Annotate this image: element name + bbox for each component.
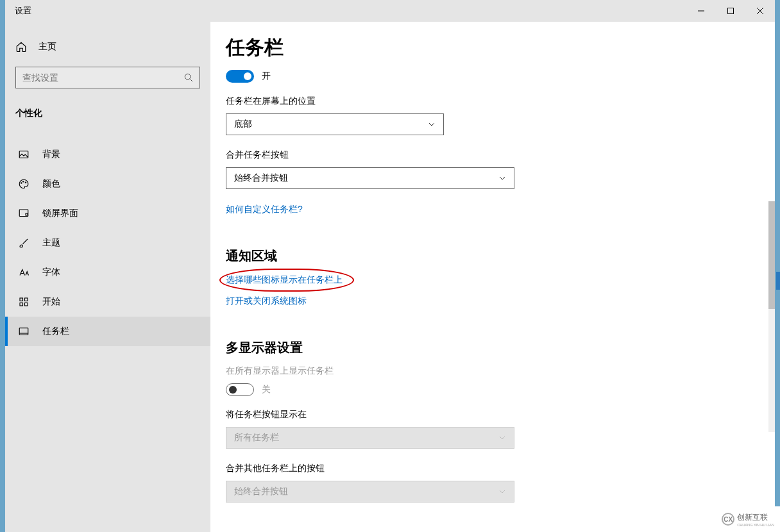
select-value: 底部 — [234, 119, 252, 130]
toggle-row-1: 开 — [226, 70, 759, 83]
position-select[interactable]: 底部 — [226, 113, 444, 135]
toggle-2[interactable] — [226, 383, 254, 396]
watermark-logo: CX — [722, 513, 734, 526]
sidebar-item-label: 任务栏 — [42, 326, 69, 337]
position-label: 任务栏在屏幕上的位置 — [226, 96, 759, 107]
maximize-icon — [727, 8, 734, 14]
chevron-down-icon — [498, 488, 506, 495]
svg-rect-6 — [19, 151, 28, 158]
toggle-1-label: 开 — [262, 71, 271, 82]
toggle-1[interactable] — [226, 70, 254, 83]
sidebar-item-start[interactable]: 开始 — [5, 287, 210, 317]
section-label: 个性化 — [5, 96, 210, 126]
lockscreen-icon — [18, 208, 30, 219]
svg-rect-1 — [728, 8, 734, 14]
search-input[interactable] — [22, 72, 184, 83]
watermark: CX 创新互联 CHUANG XIN HU LIAN — [716, 506, 780, 532]
sidebar-item-label: 主题 — [42, 237, 60, 249]
search-input-wrap[interactable] — [15, 67, 200, 88]
svg-rect-15 — [25, 303, 28, 306]
section-notification: 通知区域 — [226, 247, 759, 265]
toggle-2-label: 关 — [262, 384, 271, 395]
settings-window: 设置 主页 个性化 — [5, 0, 775, 532]
scrollbar-thumb[interactable] — [768, 201, 775, 309]
watermark-text-wrap: 创新互联 CHUANG XIN HU LIAN — [737, 512, 774, 527]
sidebar-item-label: 开始 — [42, 296, 60, 308]
svg-line-5 — [191, 79, 193, 82]
minimize-icon — [698, 8, 704, 14]
combine-other-label: 合并其他任务栏上的按钮 — [226, 463, 759, 474]
palette-icon — [18, 178, 30, 190]
sidebar-item-label: 颜色 — [42, 178, 60, 190]
titlebar: 设置 — [5, 0, 775, 22]
watermark-text: 创新互联 — [737, 512, 774, 523]
select-value: 始终合并按钮 — [234, 486, 288, 497]
system-icons-link[interactable]: 打开或关闭系统图标 — [226, 295, 307, 307]
svg-rect-13 — [25, 298, 28, 301]
circled-link-wrap: 选择哪些图标显示在任务栏上 — [226, 274, 343, 295]
svg-point-9 — [25, 182, 26, 183]
search-icon — [184, 73, 193, 82]
combine-label: 合并任务栏按钮 — [226, 149, 759, 161]
svg-rect-11 — [26, 213, 28, 215]
content: 任务栏 开 任务栏在屏幕上的位置 底部 合并任务栏按钮 始终合并按钮 如何自定义… — [210, 22, 775, 532]
page-title: 任务栏 — [226, 35, 759, 61]
taskbar-icon — [18, 326, 30, 337]
window-title: 设置 — [5, 5, 31, 17]
svg-rect-12 — [20, 298, 23, 301]
how-customize-link[interactable]: 如何自定义任务栏? — [226, 204, 303, 215]
sidebar-item-label: 字体 — [42, 267, 60, 278]
chevron-down-icon — [498, 174, 506, 182]
search-container — [5, 60, 210, 96]
maximize-button[interactable] — [716, 0, 745, 22]
show-on-select: 所有任务栏 — [226, 427, 514, 449]
multi-label: 在所有显示器上显示任务栏 — [226, 365, 759, 377]
brush-icon — [18, 237, 30, 249]
select-value: 所有任务栏 — [234, 432, 279, 444]
sidebar-item-themes[interactable]: 主题 — [5, 228, 210, 258]
show-on-label: 将任务栏按钮显示在 — [226, 409, 759, 420]
start-icon — [18, 296, 30, 308]
home-button[interactable]: 主页 — [5, 33, 210, 60]
sidebar-item-fonts[interactable]: 字体 — [5, 258, 210, 287]
svg-point-4 — [185, 74, 191, 79]
body: 主页 个性化 背景 颜色 锁屏界面 — [5, 22, 775, 532]
chevron-down-icon — [498, 434, 506, 442]
sidebar-item-label: 背景 — [42, 149, 60, 160]
watermark-sub: CHUANG XIN HU LIAN — [737, 523, 774, 527]
select-icons-link[interactable]: 选择哪些图标显示在任务栏上 — [226, 274, 343, 286]
chevron-down-icon — [428, 121, 436, 128]
close-icon — [757, 8, 763, 14]
sidebar-item-lockscreen[interactable]: 锁屏界面 — [5, 199, 210, 228]
toggle-knob — [244, 72, 251, 80]
svg-rect-16 — [19, 328, 28, 335]
sidebar: 主页 个性化 背景 颜色 锁屏界面 — [5, 22, 210, 532]
sidebar-item-label: 锁屏界面 — [42, 208, 78, 219]
svg-point-7 — [21, 183, 22, 184]
desktop-edge — [776, 272, 780, 290]
minimize-button[interactable] — [686, 0, 716, 22]
combine-other-select: 始终合并按钮 — [226, 481, 514, 503]
svg-rect-14 — [20, 303, 23, 306]
select-value: 始终合并按钮 — [234, 172, 288, 184]
nav: 背景 颜色 锁屏界面 主题 字体 — [5, 140, 210, 346]
font-icon — [18, 267, 30, 278]
home-icon — [15, 41, 27, 53]
window-controls — [686, 0, 775, 22]
sidebar-item-background[interactable]: 背景 — [5, 140, 210, 169]
section-multi: 多显示器设置 — [226, 339, 759, 356]
home-label: 主页 — [38, 41, 56, 53]
sidebar-item-taskbar[interactable]: 任务栏 — [5, 317, 210, 346]
svg-point-8 — [23, 181, 24, 183]
close-button[interactable] — [745, 0, 775, 22]
sidebar-item-colors[interactable]: 颜色 — [5, 169, 210, 199]
toggle-row-2: 关 — [226, 383, 759, 396]
picture-icon — [18, 149, 30, 160]
combine-select[interactable]: 始终合并按钮 — [226, 167, 514, 189]
toggle-knob — [229, 386, 237, 394]
